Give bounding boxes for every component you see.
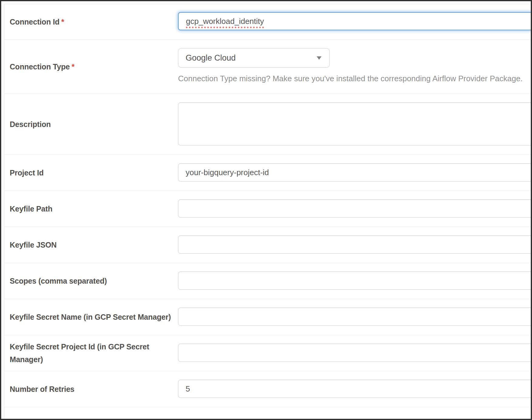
description-label-cell: Description [4, 94, 178, 155]
connection-id-field-cell: gcp_workload_identity [178, 4, 532, 39]
connection-type-field-cell: Google Cloud Connection Type missing? Ma… [178, 40, 532, 94]
form-row-number-of-retries: Number of Retries [4, 371, 532, 407]
form-row-scopes: Scopes (comma separated) [4, 263, 532, 299]
keyfile-path-label-cell: Keyfile Path [4, 191, 178, 227]
connection-edit-form-page: { "form": { "required_marker": "*", "row… [0, 0, 532, 420]
connection-id-label-cell: Connection Id* [4, 4, 178, 39]
description-field-cell [178, 94, 532, 155]
keyfile-json-input[interactable] [178, 235, 532, 254]
connection-type-label-text: Connection Type [10, 62, 70, 71]
form-row-keyfile-secret-project-id: Keyfile Secret Project Id (in GCP Secret… [4, 335, 532, 371]
form-row-keyfile-path: Keyfile Path [4, 191, 532, 227]
keyfile-json-label: Keyfile JSON [10, 238, 57, 251]
keyfile-secret-project-id-input[interactable] [178, 344, 532, 362]
scopes-label-cell: Scopes (comma separated) [4, 263, 178, 299]
description-label: Description [10, 118, 51, 131]
project-id-label: Project Id [10, 166, 44, 179]
connection-id-label: Connection Id* [10, 15, 64, 28]
number-of-retries-field-cell [178, 371, 532, 407]
scopes-input[interactable] [178, 272, 532, 290]
next-row-partial [4, 407, 532, 420]
dropdown-arrow-icon [317, 56, 322, 60]
keyfile-secret-project-id-field-cell [178, 335, 532, 371]
connection-type-label-cell: Connection Type* [4, 40, 178, 94]
connection-id-input[interactable]: gcp_workload_identity [178, 12, 532, 30]
form-row-connection-id: Connection Id* gcp_workload_identity [4, 4, 532, 40]
keyfile-secret-name-label: Keyfile Secret Name (in GCP Secret Manag… [10, 311, 171, 323]
connection-id-label-text: Connection Id [10, 18, 59, 26]
form-row-description: Description [4, 94, 532, 155]
number-of-retries-label: Number of Retries [10, 383, 74, 395]
scopes-label: Scopes (comma separated) [10, 275, 107, 287]
keyfile-secret-name-input[interactable] [178, 308, 532, 326]
keyfile-path-input[interactable] [178, 199, 532, 218]
connection-type-selected-value: Google Cloud [186, 53, 236, 63]
connection-type-help-text: Connection Type missing? Make sure you'v… [178, 72, 532, 85]
form-row-keyfile-secret-name: Keyfile Secret Name (in GCP Secret Manag… [4, 299, 532, 335]
keyfile-secret-name-label-cell: Keyfile Secret Name (in GCP Secret Manag… [4, 299, 178, 335]
keyfile-secret-project-id-label-cell: Keyfile Secret Project Id (in GCP Secret… [4, 335, 178, 371]
form-row-project-id: Project Id [4, 155, 532, 191]
keyfile-json-field-cell [178, 227, 532, 263]
required-asterisk: * [61, 18, 64, 26]
connection-type-select[interactable]: Google Cloud [178, 48, 330, 68]
required-asterisk: * [72, 62, 75, 71]
form-row-connection-type: Connection Type* Google Cloud Connection… [4, 40, 532, 94]
description-textarea[interactable] [178, 102, 532, 145]
keyfile-secret-name-field-cell [178, 299, 532, 335]
keyfile-path-label: Keyfile Path [10, 202, 52, 215]
keyfile-path-field-cell [178, 191, 532, 227]
connection-id-value: gcp_workload_identity [186, 17, 264, 26]
connection-type-label: Connection Type* [10, 60, 74, 73]
keyfile-json-label-cell: Keyfile JSON [4, 227, 178, 263]
scopes-field-cell [178, 263, 532, 299]
project-id-field-cell [178, 155, 532, 191]
project-id-label-cell: Project Id [4, 155, 178, 191]
keyfile-secret-project-id-label: Keyfile Secret Project Id (in GCP Secret… [10, 340, 175, 366]
number-of-retries-input[interactable] [178, 380, 532, 398]
project-id-input[interactable] [178, 163, 532, 182]
form-row-keyfile-json: Keyfile JSON [4, 227, 532, 263]
connection-form: Connection Id* gcp_workload_identity Con… [4, 4, 532, 420]
number-of-retries-label-cell: Number of Retries [4, 371, 178, 407]
